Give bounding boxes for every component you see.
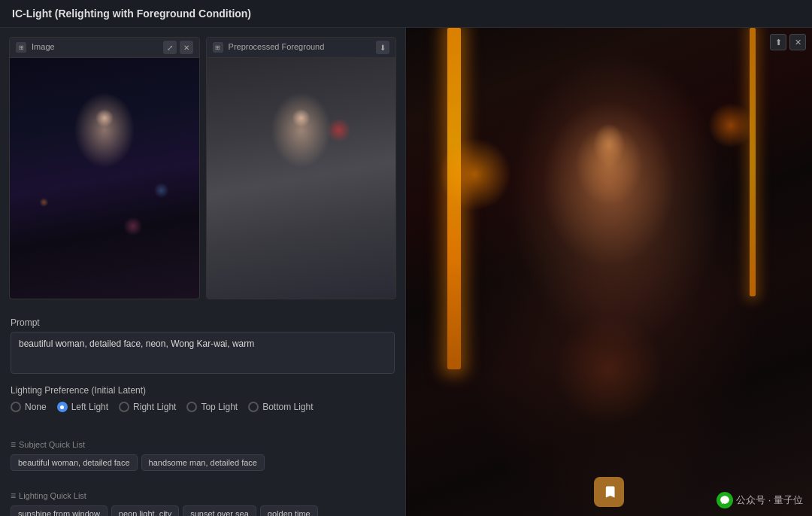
radio-left[interactable]: Left Light (57, 402, 108, 412)
result-upload-icon[interactable]: ⬆ (770, 34, 786, 50)
wechat-icon (717, 492, 733, 508)
tag-neon-city[interactable]: neon light, city (111, 505, 179, 516)
watermark: 公众号 · 量子位 (717, 492, 803, 508)
title-bar: IC-Light (Relighting with Foreground Con… (0, 0, 812, 28)
radio-bottom[interactable]: Bottom Light (248, 402, 313, 412)
subject-tags-row: beautiful woman, detailed face handsome … (11, 454, 395, 471)
lighting-pref-group: Lighting Preference (Initial Latent) Non… (11, 385, 395, 412)
right-panel: ⬆ ✕ (406, 28, 812, 516)
subject-quick-list: Subject Quick List beautiful woman, deta… (0, 436, 405, 481)
radio-label-right: Right Light (133, 402, 176, 412)
expand-icon[interactable]: ⤢ (163, 41, 177, 54)
prompt-input[interactable]: beautiful woman, detailed face, neon, Wo… (11, 332, 395, 374)
tag-handsome-man[interactable]: handsome man, detailed face (141, 454, 265, 471)
app-container: IC-Light (Relighting with Foreground Con… (0, 0, 812, 516)
radio-label-bottom: Bottom Light (262, 402, 313, 412)
tag-sunset-sea[interactable]: sunset over sea (183, 505, 256, 516)
image-panel-1: ⊞ Image ⤢ ✕ (9, 37, 200, 299)
close-icon[interactable]: ✕ (180, 41, 193, 54)
result-image (406, 28, 812, 516)
subject-quick-list-header: Subject Quick List (11, 439, 395, 450)
radio-outer-bottom (248, 402, 259, 412)
lighting-radio-group: None Left Light Right Light Top (11, 402, 395, 412)
panel-icons-1: ⤢ ✕ (163, 41, 193, 54)
result-panel-top-icons: ⬆ ✕ (770, 34, 806, 50)
panel-icons-2: ⬇ (376, 41, 389, 54)
form-area: Prompt beautiful woman, detailed face, n… (0, 308, 405, 430)
main-content: ⊞ Image ⤢ ✕ (0, 28, 812, 516)
image-panel-2: ⊞ Preprocessed Foreground ⬇ (206, 37, 397, 299)
image-panel-header-1: ⊞ Image ⤢ ✕ (10, 38, 199, 58)
radio-none[interactable]: None (11, 402, 47, 412)
radio-top[interactable]: Top Light (186, 402, 238, 412)
result-bottom-bar (594, 477, 624, 507)
result-image-container: ⬆ ✕ (406, 28, 812, 516)
image-panel-label: ⊞ Image (16, 42, 55, 53)
lighting-quick-list: Lighting Quick List sunshine from window… (0, 487, 405, 516)
tag-sunshine-window[interactable]: sunshine from window (11, 505, 108, 516)
radio-label-left: Left Light (71, 402, 108, 412)
download-icon[interactable]: ⬇ (376, 41, 389, 54)
lighting-quick-list-header: Lighting Quick List (11, 490, 395, 501)
lighting-tags-row-1: sunshine from window neon light, city su… (11, 505, 395, 516)
left-panel: ⊞ Image ⤢ ✕ (0, 28, 406, 516)
tag-beautiful-woman[interactable]: beautiful woman, detailed face (11, 454, 138, 471)
images-row: ⊞ Image ⤢ ✕ (0, 28, 405, 308)
image-placeholder-1 (10, 58, 199, 299)
panel-icon: ⊞ (16, 42, 26, 53)
radio-outer-top (186, 402, 197, 412)
panel-icon-2: ⊞ (213, 42, 223, 53)
foreground-panel-label: ⊞ Preprocessed Foreground (213, 42, 325, 53)
foreground-image (207, 58, 396, 299)
tag-golden-time[interactable]: golden time (260, 505, 318, 516)
result-save-button[interactable] (594, 477, 624, 507)
image-placeholder-2 (207, 58, 396, 299)
result-image-inner (406, 28, 812, 516)
radio-outer-none (11, 402, 21, 412)
watermark-text: 公众号 · 量子位 (736, 493, 803, 507)
radio-label-none: None (25, 402, 47, 412)
radio-outer-left (57, 402, 68, 412)
source-image (10, 58, 199, 299)
result-close-icon[interactable]: ✕ (789, 34, 806, 50)
lighting-pref-label: Lighting Preference (Initial Latent) (11, 385, 395, 396)
prompt-group: Prompt beautiful woman, detailed face, n… (11, 317, 395, 376)
radio-outer-right (119, 402, 129, 412)
app-title: IC-Light (Relighting with Foreground Con… (12, 8, 251, 20)
radio-label-top: Top Light (201, 402, 238, 412)
radio-right[interactable]: Right Light (119, 402, 176, 412)
prompt-label: Prompt (11, 317, 395, 328)
image-panel-header-2: ⊞ Preprocessed Foreground ⬇ (207, 38, 396, 58)
figure-overlay (406, 28, 812, 516)
